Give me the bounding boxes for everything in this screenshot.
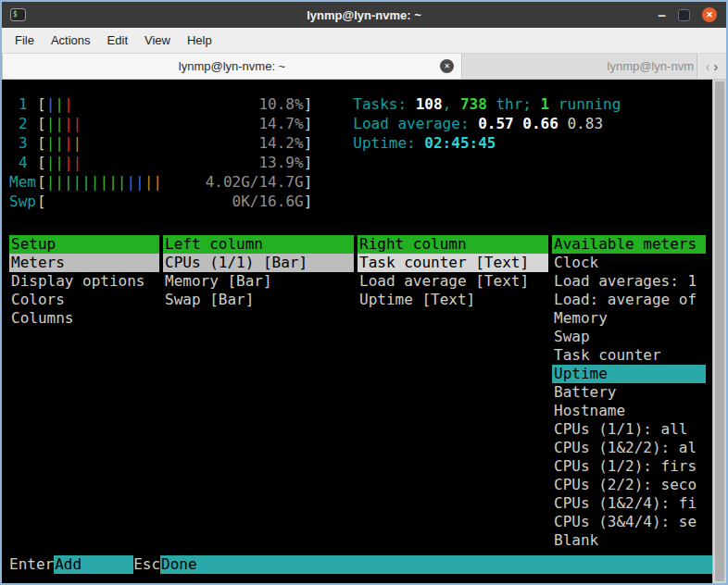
- tab-scroll-buttons: ‹ ›: [697, 54, 726, 79]
- setup-column-3: Available metersClockLoad averages: 1Loa…: [552, 235, 706, 550]
- meter-body: |||||||||||||4.02G/14.7G: [46, 172, 304, 192]
- meter-open-bracket: [: [37, 172, 46, 192]
- meter-body: ||||14.2%: [46, 133, 304, 153]
- meter-bars: ||||: [46, 133, 82, 153]
- terminal-area: 1[|||10.8%]2[||||14.7%]3[||||14.2%]4[|||…: [2, 80, 726, 583]
- setup-item[interactable]: Swap: [552, 328, 706, 346]
- menu-file[interactable]: File: [6, 30, 43, 51]
- setup-item[interactable]: Swap [Bar]: [163, 291, 354, 309]
- function-label-done[interactable]: Done: [160, 555, 712, 574]
- terminal-scrollbar[interactable]: [712, 80, 726, 583]
- setup-item[interactable]: CPUs (1&2/2): al: [552, 439, 706, 457]
- meter-block: 1[|||10.8%]2[||||14.7%]3[||||14.2%]4[|||…: [9, 94, 312, 211]
- setup-item[interactable]: CPUs (1/1): all: [552, 420, 706, 439]
- function-key-enter[interactable]: Enter: [9, 555, 54, 574]
- setup-item[interactable]: Display options: [9, 272, 159, 291]
- title-bar[interactable]: $ lynmp@lyn-nvme: ~ − ✕: [2, 2, 726, 28]
- setup-item[interactable]: CPUs (2/2): seco: [552, 476, 706, 494]
- meter-caption: Swp: [9, 192, 37, 211]
- meter-bars: |||||||||||||: [46, 172, 162, 192]
- meter-open-bracket: [: [37, 94, 46, 114]
- meter-open-bracket: [: [37, 133, 46, 153]
- meter-open-bracket: [: [37, 153, 46, 172]
- setup-column-header: Right column: [358, 235, 548, 254]
- meter-close-bracket: ]: [304, 153, 313, 172]
- setup-item[interactable]: Meters: [9, 254, 159, 272]
- terminal-icon: $: [10, 8, 26, 21]
- menu-edit[interactable]: Edit: [99, 30, 136, 51]
- htop-screen: 1[|||10.8%]2[||||14.7%]3[||||14.2%]4[|||…: [2, 80, 712, 583]
- setup-item[interactable]: CPUs (3&4/4): se: [552, 513, 706, 531]
- info-uptime: Uptime: 02:45:45: [353, 133, 621, 153]
- scrollbar-thumb[interactable]: [715, 81, 724, 581]
- setup-item[interactable]: Load: average of: [552, 291, 706, 309]
- tab-list: lynmp@lyn-nvme: ~✕lynmp@lyn-nvm: [2, 54, 697, 79]
- tab-label: lynmp@lyn-nvm: [608, 59, 694, 73]
- setup-item[interactable]: Uptime: [552, 365, 706, 383]
- setup-item[interactable]: CPUs (1&2/4): fi: [552, 494, 706, 513]
- tab-0[interactable]: lynmp@lyn-nvme: ~✕: [2, 54, 462, 79]
- meter-caption: 3: [9, 133, 37, 153]
- meter-body: ||||13.9%: [46, 153, 304, 172]
- tab-bar: lynmp@lyn-nvme: ~✕lynmp@lyn-nvm ‹ ›: [2, 54, 726, 80]
- setup-panels: SetupMetersDisplay optionsColorsColumnsL…: [9, 235, 712, 550]
- window-controls: − ✕: [658, 7, 717, 22]
- meter-caption: 4: [9, 153, 37, 172]
- meter-2: 2[||||14.7%]: [9, 114, 312, 133]
- setup-column-header: Left column: [163, 235, 354, 254]
- meter-swp: Swp[0K/16.6G]: [9, 192, 312, 211]
- meter-caption: Mem: [9, 172, 37, 192]
- setup-column-0: SetupMetersDisplay optionsColorsColumns: [9, 235, 159, 550]
- meter-value: 14.2%: [258, 133, 303, 153]
- function-bar: EnterAddEscDone: [9, 555, 712, 574]
- tab-scroll-left-icon[interactable]: ‹: [706, 60, 710, 73]
- meter-close-bracket: ]: [304, 114, 313, 133]
- meter-value: 10.8%: [258, 94, 303, 114]
- meter-1: 1[|||10.8%]: [9, 94, 312, 114]
- meter-bars: |||: [46, 94, 73, 114]
- setup-column-1: Left columnCPUs (1/1) [Bar]Memory [Bar]S…: [163, 235, 354, 550]
- setup-item[interactable]: Task counter [Text]: [358, 254, 548, 272]
- meter-close-bracket: ]: [304, 192, 313, 211]
- blank-line: [9, 211, 712, 230]
- menu-help[interactable]: Help: [179, 30, 220, 51]
- function-label-add[interactable]: Add: [54, 555, 133, 574]
- meter-caption: 2: [9, 114, 37, 133]
- htop-header: 1[|||10.8%]2[||||14.7%]3[||||14.2%]4[|||…: [9, 94, 712, 211]
- setup-item[interactable]: Clock: [552, 254, 706, 272]
- tab-scroll-right-icon[interactable]: ›: [714, 60, 719, 73]
- tab-label: lynmp@lyn-nvme: ~: [179, 59, 285, 73]
- setup-item[interactable]: Memory: [552, 309, 706, 328]
- function-key-esc[interactable]: Esc: [133, 555, 160, 574]
- setup-item[interactable]: CPUs (1/2): firs: [552, 457, 706, 476]
- meter-body: 0K/16.6G: [46, 192, 304, 211]
- setup-item[interactable]: Task counter: [552, 346, 706, 365]
- close-button[interactable]: ✕: [702, 7, 717, 22]
- setup-item[interactable]: Uptime [Text]: [358, 291, 548, 309]
- setup-item[interactable]: Hostname: [552, 402, 706, 420]
- meter-value: 4.02G/14.7G: [206, 172, 304, 192]
- setup-item[interactable]: CPUs (1/1) [Bar]: [163, 254, 354, 272]
- setup-item[interactable]: Load average [Text]: [358, 272, 548, 291]
- meter-open-bracket: [: [37, 192, 46, 211]
- setup-item[interactable]: Columns: [9, 309, 159, 328]
- maximize-button[interactable]: [678, 9, 690, 21]
- minimize-button[interactable]: −: [658, 8, 666, 22]
- meter-close-bracket: ]: [304, 94, 313, 114]
- meter-close-bracket: ]: [304, 133, 313, 153]
- menu-actions[interactable]: Actions: [43, 30, 99, 51]
- info-load-average: Load average: 0.57 0.66 0.83: [353, 114, 621, 133]
- setup-item[interactable]: Blank: [552, 531, 706, 550]
- setup-item[interactable]: Load averages: 1: [552, 272, 706, 291]
- meter-value: 13.9%: [258, 153, 303, 172]
- setup-item[interactable]: Colors: [9, 291, 159, 309]
- menu-view[interactable]: View: [136, 30, 179, 51]
- meter-mem: Mem[|||||||||||||4.02G/14.7G]: [9, 172, 312, 192]
- tab-1[interactable]: lynmp@lyn-nvm: [462, 54, 697, 79]
- setup-item[interactable]: Battery: [552, 383, 706, 402]
- meter-4: 4[||||13.9%]: [9, 153, 312, 172]
- menu-bar: FileActionsEditViewHelp: [2, 28, 726, 54]
- meter-bars: ||||: [46, 114, 82, 133]
- tab-close-icon[interactable]: ✕: [440, 59, 454, 73]
- setup-item[interactable]: Memory [Bar]: [163, 272, 354, 291]
